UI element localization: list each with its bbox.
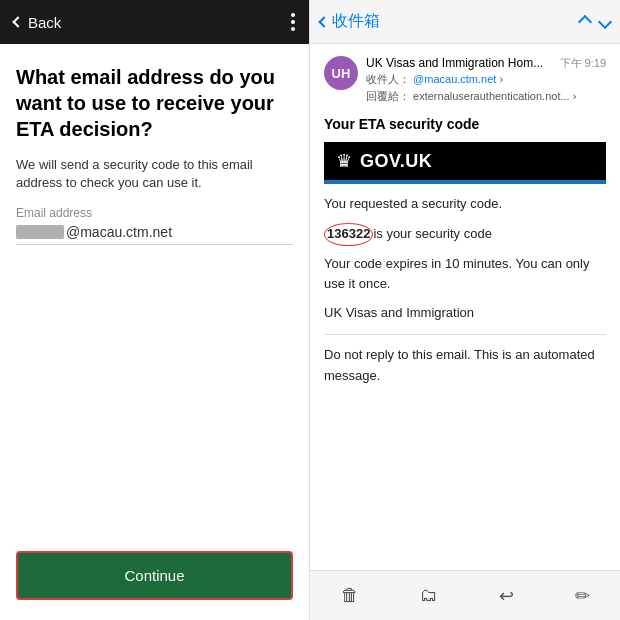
- nav-arrows: [580, 17, 610, 27]
- avatar: UH: [324, 56, 358, 90]
- chevron-up-icon[interactable]: [578, 14, 592, 28]
- compose-icon[interactable]: ✏: [575, 585, 590, 607]
- govuk-logo-text: GOV.UK: [360, 151, 432, 172]
- main-question: What email address do you want to use to…: [16, 64, 293, 142]
- email-input-row[interactable]: @macau.ctm.net: [16, 224, 293, 245]
- email-redacted: [16, 225, 64, 239]
- body-line4: UK Visas and Immigration: [324, 303, 606, 324]
- from-details: UK Visas and Immigration Hom... 下午 9:19 …: [366, 56, 606, 104]
- email-label: Email address: [16, 206, 293, 220]
- from-name: UK Visas and Immigration Hom...: [366, 56, 543, 70]
- more-button[interactable]: [291, 13, 295, 31]
- back-button[interactable]: Back: [14, 14, 61, 31]
- govuk-banner: ♛ GOV.UK: [324, 142, 606, 184]
- email-content: UH UK Visas and Immigration Hom... 下午 9:…: [310, 44, 620, 570]
- continue-button[interactable]: Continue: [16, 551, 293, 600]
- email-toolbar: 🗑 🗂 ↩ ✏: [310, 570, 620, 620]
- inbox-title-label: 收件箱: [332, 11, 380, 32]
- footer-note: Do not reply to this email. This is an a…: [324, 345, 606, 387]
- recipient-arrow: ›: [499, 73, 503, 85]
- email-suffix: @macau.ctm.net: [66, 224, 172, 240]
- email-from-row: UH UK Visas and Immigration Hom... 下午 9:…: [324, 56, 606, 104]
- security-code: 136322: [324, 223, 373, 246]
- reply-icon[interactable]: ↩: [499, 585, 514, 607]
- left-panel: Back What email address do you want to u…: [0, 0, 310, 620]
- recipient-email: @macau.ctm.net: [413, 73, 496, 85]
- chevron-down-icon[interactable]: [598, 14, 612, 28]
- back-label: Back: [28, 14, 61, 31]
- divider: [324, 334, 606, 335]
- govuk-crown-icon: ♛: [336, 150, 352, 172]
- email-subject: Your ETA security code: [324, 116, 606, 132]
- trash-icon[interactable]: 🗑: [341, 585, 359, 606]
- left-footer: Continue: [0, 541, 309, 620]
- reply-label: 回覆給：: [366, 90, 410, 102]
- folder-icon[interactable]: 🗂: [420, 585, 438, 606]
- email-time: 下午 9:19: [560, 56, 606, 71]
- left-header: Back: [0, 0, 309, 44]
- from-meta: 收件人： @macau.ctm.net › 回覆給： externalusera…: [366, 71, 606, 104]
- inbox-nav[interactable]: 收件箱: [320, 11, 380, 32]
- body-line1: You requested a security code.: [324, 194, 606, 215]
- body-line3: Your code expires in 10 minutes. You can…: [324, 254, 606, 296]
- sub-text: We will send a security code to this ema…: [16, 156, 293, 192]
- right-panel: 收件箱 UH UK Visas and Immigration Hom... 下…: [310, 0, 620, 620]
- chevron-left-icon: [12, 16, 23, 27]
- security-code-line: 136322 is your security code: [324, 223, 606, 246]
- reply-email: externaluserauthentication.not... ›: [413, 90, 576, 102]
- left-content: What email address do you want to use to…: [0, 44, 309, 541]
- chevron-left-blue-icon: [318, 16, 329, 27]
- right-header: 收件箱: [310, 0, 620, 44]
- security-code-suffix: is your security code: [373, 224, 492, 245]
- recipient-label: 收件人：: [366, 73, 410, 85]
